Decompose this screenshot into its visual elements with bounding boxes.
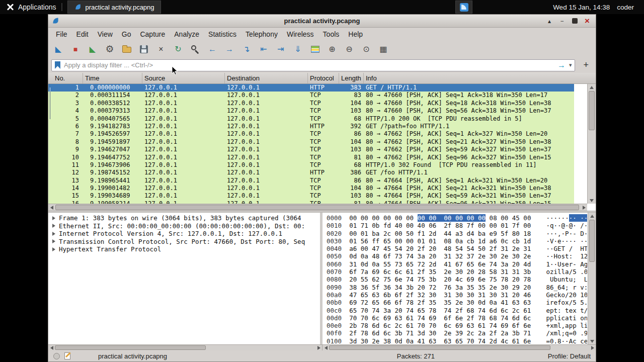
packet-row[interactable]: 79.194526597127.0.0.1127.0.0.1TCP8680 → … xyxy=(48,130,574,138)
hex-row[interactable]: 0020 00 01 ba 2c 00 50 f1 2d 44 a3 d4 ba… xyxy=(327,230,587,237)
scroll-right-icon[interactable] xyxy=(315,345,322,350)
taskbar-clock[interactable]: Wed 15 Jan, 14:38 xyxy=(553,4,610,11)
taskbar-user[interactable]: coder xyxy=(617,4,634,11)
hex-row[interactable]: 0010 01 71 0b fd 40 00 40 06 2f 88 7f 00… xyxy=(327,222,587,229)
scrollbar-thumb[interactable] xyxy=(329,345,550,350)
zoom-out-icon[interactable]: ⊖ xyxy=(341,42,357,56)
column-header-no[interactable]: No. xyxy=(53,73,83,83)
packet-row[interactable]: 30.000338512127.0.0.1127.0.0.1TCP10480 →… xyxy=(48,100,574,107)
expand-icon[interactable] xyxy=(52,239,55,243)
expert-info-icon[interactable] xyxy=(53,353,60,359)
go-last-icon[interactable]: ⇥ xyxy=(273,42,289,56)
hex-row[interactable]: 0030 01 56 ff 65 00 00 01 01 08 0a cb 1d… xyxy=(327,237,587,245)
auto-scroll-icon[interactable]: ⇓ xyxy=(290,42,306,56)
column-header-destination[interactable]: Destination xyxy=(225,73,308,83)
menu-telephony[interactable]: Telephony xyxy=(241,29,282,40)
start-capture-icon[interactable]: ◣ xyxy=(50,42,66,56)
menu-go[interactable]: Go xyxy=(117,29,136,40)
hex-row[interactable]: 0070 6f 7a 69 6c 6c 61 2f 35 2e 30 20 28… xyxy=(327,268,587,276)
expand-icon[interactable] xyxy=(52,216,55,220)
hex-vscrollbar[interactable] xyxy=(588,213,596,344)
taskbar-window-button[interactable]: practical activity.pcapng xyxy=(67,1,161,14)
scroll-up-icon[interactable] xyxy=(588,84,596,90)
display-filter-input[interactable] xyxy=(64,61,554,69)
expand-icon[interactable] xyxy=(52,232,55,236)
column-header-info[interactable]: Info xyxy=(364,73,596,83)
packet-detail-row[interactable]: Internet Protocol Version 4, Src: 127.0.… xyxy=(48,230,320,238)
hex-row[interactable]: 0000 00 00 00 00 00 00 00 00 00 00 00 00… xyxy=(327,214,587,222)
scroll-down-icon[interactable] xyxy=(588,197,596,204)
applications-menu[interactable]: Applications xyxy=(18,3,56,11)
packet-row[interactable]: 50.000407565127.0.0.1127.0.0.1TCP68HTTP/… xyxy=(48,115,574,123)
stop-capture-icon[interactable]: ■ xyxy=(67,42,84,56)
capture-options-icon[interactable]: ⚙ xyxy=(102,42,118,56)
hex-row[interactable]: 00d0 70 70 6c 69 63 61 74 69 6f 6e 2f 78… xyxy=(327,314,587,322)
packet-detail-row[interactable]: Transmission Control Protocol, Src Port:… xyxy=(48,238,320,246)
packet-row[interactable]: 99.194627047127.0.0.1127.0.0.1TCP10380 →… xyxy=(48,146,574,153)
packet-row[interactable]: 40.000379313127.0.0.1127.0.0.1TCP10380 →… xyxy=(48,107,574,115)
tray-icon-button[interactable] xyxy=(455,1,472,14)
packet-row[interactable]: 119.194673906127.0.0.1127.0.0.1TCP68HTTP… xyxy=(48,161,574,169)
filter-bookmark-icon[interactable] xyxy=(55,61,60,69)
packet-row[interactable]: 149.199001482127.0.0.1127.0.0.1TCP10480 … xyxy=(48,185,574,192)
shade-button[interactable]: ▴ xyxy=(545,17,554,26)
maximize-button[interactable] xyxy=(570,17,579,26)
packet-row[interactable]: 10.000000000127.0.0.1127.0.0.1HTTP383GET… xyxy=(48,84,574,92)
hex-row[interactable]: 0060 31 0d 0a 55 73 65 72 2d 41 67 65 6e… xyxy=(327,260,587,268)
menu-capture[interactable]: Capture xyxy=(135,29,170,40)
title-bar[interactable]: practical activity.pcapng ▴−× xyxy=(48,15,596,28)
packet-row[interactable]: 129.198745152127.0.0.1127.0.0.1HTTP386GE… xyxy=(48,169,574,176)
packet-row[interactable]: 169.199058214127.0.0.1127.0.0.1TCP8180 →… xyxy=(48,200,574,204)
menu-view[interactable]: View xyxy=(93,29,117,40)
restart-capture-icon[interactable]: ◣ xyxy=(85,42,101,56)
close-button[interactable]: × xyxy=(583,17,592,26)
capture-comment-icon[interactable] xyxy=(64,352,70,359)
filter-add-button[interactable]: + xyxy=(579,60,593,70)
filter-apply-icon[interactable]: → xyxy=(557,61,566,70)
packet-detail-row[interactable]: Ethernet II, Src: 00:00:00_00:00:00 (00:… xyxy=(48,222,320,230)
column-header-time[interactable]: Time xyxy=(83,73,142,83)
hex-row[interactable]: 0040 a6 00 47 45 54 20 2f 20 48 54 54 50… xyxy=(327,245,587,252)
statusbar-profile[interactable]: Profile: Default xyxy=(548,352,591,360)
scrollbar-thumb[interactable] xyxy=(55,205,579,210)
scrollbar-thumb[interactable] xyxy=(589,91,595,130)
hex-row[interactable]: 00e0 2b 78 6d 6c 2c 61 70 70 6c 69 63 61… xyxy=(327,322,587,329)
go-forward-icon[interactable]: → xyxy=(221,42,237,56)
packet-list-hscrollbar[interactable] xyxy=(48,204,587,211)
expand-icon[interactable] xyxy=(52,224,55,228)
details-hscrollbar[interactable] xyxy=(48,345,323,350)
scroll-left-icon[interactable] xyxy=(323,345,329,350)
hex-row[interactable]: 0100 3d 30 2e 38 0d 0a 41 63 63 65 70 74… xyxy=(327,337,587,344)
packet-row[interactable]: 159.199034689127.0.0.1127.0.0.1TCP10380 … xyxy=(48,192,574,200)
minimize-button[interactable]: − xyxy=(557,17,567,26)
scroll-up-icon[interactable] xyxy=(588,213,596,219)
packet-row[interactable]: 20.000311154127.0.0.1127.0.0.1TCP8380 → … xyxy=(48,92,574,99)
filter-dropdown-icon[interactable]: ▾ xyxy=(569,62,572,68)
go-back-icon[interactable]: ← xyxy=(204,42,220,56)
normal-size-icon[interactable]: ⊙ xyxy=(358,42,374,56)
column-header-length[interactable]: Length xyxy=(339,73,364,83)
hex-row[interactable]: 00a0 47 65 63 6b 6f 2f 32 30 31 30 30 31… xyxy=(327,291,587,299)
resize-columns-icon[interactable]: ▦ xyxy=(375,42,391,56)
go-to-packet-icon[interactable]: ↴ xyxy=(238,42,255,56)
menu-file[interactable]: File xyxy=(51,29,72,40)
menu-help[interactable]: Help xyxy=(344,29,367,40)
packet-detail-row[interactable]: Hypertext Transfer Protocol xyxy=(48,245,320,253)
colorize-icon[interactable] xyxy=(307,42,323,56)
menu-analyze[interactable]: Analyze xyxy=(170,29,204,40)
hex-row[interactable]: 0080 20 55 62 75 6e 74 75 3b 20 4c 69 6e… xyxy=(327,276,587,283)
go-first-icon[interactable]: ⇤ xyxy=(256,42,272,56)
packet-row[interactable]: 69.194182783127.0.0.1127.0.0.1HTTP392GET… xyxy=(48,123,574,130)
reload-icon[interactable]: ↻ xyxy=(170,42,186,56)
scroll-left-icon[interactable] xyxy=(48,204,55,211)
save-file-icon[interactable] xyxy=(136,42,152,56)
hex-row[interactable]: 00f0 2f 78 6d 6c 3b 71 3d 30 2e 39 2c 2a… xyxy=(327,329,587,337)
find-packet-icon[interactable] xyxy=(187,42,203,56)
scroll-left-icon[interactable] xyxy=(48,345,55,350)
display-filter-field[interactable]: → ▾ xyxy=(51,59,575,71)
hex-row[interactable]: 0050 0d 0a 48 6f 73 74 3a 20 31 32 37 2e… xyxy=(327,252,587,260)
zoom-in-icon[interactable]: ⊕ xyxy=(324,42,340,56)
packet-list-vscrollbar[interactable] xyxy=(587,84,596,204)
column-header-source[interactable]: Source xyxy=(142,73,225,83)
column-header-protocol[interactable]: Protocol xyxy=(308,73,339,83)
